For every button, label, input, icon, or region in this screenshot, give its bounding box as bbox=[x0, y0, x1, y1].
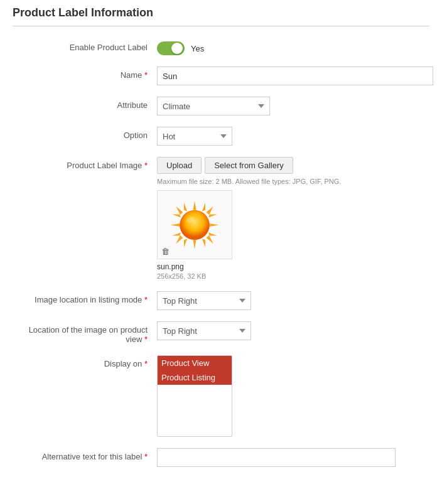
image-preview-box: 🗑 bbox=[157, 190, 232, 259]
display-on-control: Product View Product Listing bbox=[157, 355, 423, 437]
svg-marker-2 bbox=[171, 223, 180, 226]
image-buttons: Upload Select from Gallery bbox=[157, 157, 423, 174]
display-on-listbox[interactable]: Product View Product Listing bbox=[157, 355, 232, 437]
toggle-value-text: Yes bbox=[191, 44, 204, 53]
option-row: Option Hot bbox=[13, 127, 429, 146]
svg-marker-14 bbox=[184, 239, 187, 247]
toggle-wrap: Yes bbox=[157, 39, 423, 55]
name-input[interactable] bbox=[157, 67, 433, 85]
svg-marker-7 bbox=[207, 235, 213, 244]
svg-marker-0 bbox=[193, 201, 196, 210]
svg-point-16 bbox=[180, 210, 210, 240]
svg-marker-1 bbox=[193, 240, 196, 249]
svg-marker-15 bbox=[202, 239, 205, 247]
enable-label-control: Yes bbox=[157, 39, 423, 55]
image-location-product-row: Location of the image on product view To… bbox=[13, 321, 429, 344]
page-title: Product Label Information bbox=[13, 6, 429, 26]
image-location-product-control: Top Right Top Left Bottom Right Bottom L… bbox=[157, 321, 423, 340]
display-on-row: Display on Product View Product Listing bbox=[13, 355, 429, 437]
attribute-control: Climate bbox=[157, 97, 423, 115]
svg-marker-10 bbox=[172, 214, 181, 217]
name-label: Name bbox=[19, 67, 157, 80]
svg-marker-6 bbox=[176, 235, 183, 244]
alt-text-control bbox=[157, 448, 423, 467]
image-location-listing-select[interactable]: Top Right Top Left Bottom Right Bottom L… bbox=[157, 291, 251, 310]
toggle-thumb bbox=[171, 43, 183, 54]
image-location-listing-row: Image location in listing mode Top Right… bbox=[13, 291, 429, 310]
image-location-listing-control: Top Right Top Left Bottom Right Bottom L… bbox=[157, 291, 423, 310]
option-select[interactable]: Hot bbox=[157, 127, 232, 146]
alt-text-row: Alternative text for this label bbox=[13, 448, 429, 467]
enable-label-row: Enable Product Label Yes bbox=[13, 39, 429, 55]
product-label-image-control: Upload Select from Gallery Maximum file … bbox=[157, 157, 423, 280]
image-location-product-label: Location of the image on product view bbox=[19, 321, 157, 344]
svg-marker-3 bbox=[210, 223, 218, 226]
name-row: Name bbox=[13, 67, 429, 85]
display-on-label: Display on bbox=[19, 355, 157, 368]
image-location-product-select[interactable]: Top Right Top Left Bottom Right Bottom L… bbox=[157, 321, 251, 340]
image-filename: sun.png bbox=[157, 262, 423, 271]
image-location-listing-label: Image location in listing mode bbox=[19, 291, 157, 304]
option-control: Hot bbox=[157, 127, 423, 146]
svg-marker-8 bbox=[184, 202, 187, 211]
page-container: Product Label Information Enable Product… bbox=[0, 0, 442, 491]
product-label-image-label: Product Label Image bbox=[19, 157, 157, 170]
file-hint: Maximum file size: 2 MB. Allowed file ty… bbox=[157, 178, 423, 185]
delete-image-icon[interactable]: 🗑 bbox=[161, 247, 170, 256]
option-label: Option bbox=[19, 127, 157, 140]
svg-marker-9 bbox=[202, 202, 205, 211]
name-control bbox=[157, 67, 433, 85]
image-meta: 256x256, 32 KB bbox=[157, 272, 423, 280]
svg-marker-12 bbox=[208, 214, 217, 217]
attribute-select[interactable]: Climate bbox=[157, 97, 270, 115]
alt-text-input[interactable] bbox=[157, 448, 396, 467]
svg-marker-4 bbox=[176, 206, 183, 215]
svg-marker-13 bbox=[208, 232, 217, 235]
alt-text-label: Alternative text for this label bbox=[19, 448, 157, 461]
svg-marker-5 bbox=[207, 206, 213, 215]
attribute-row: Attribute Climate bbox=[13, 97, 429, 115]
sun-image bbox=[166, 198, 223, 252]
gallery-button[interactable]: Select from Gallery bbox=[205, 157, 293, 174]
enable-label-label: Enable Product Label bbox=[19, 39, 157, 52]
upload-button[interactable]: Upload bbox=[157, 157, 202, 174]
product-label-image-row: Product Label Image Upload Select from G… bbox=[13, 157, 429, 280]
svg-marker-11 bbox=[172, 232, 181, 235]
enable-label-toggle[interactable] bbox=[157, 41, 185, 55]
attribute-label: Attribute bbox=[19, 97, 157, 110]
toggle-track bbox=[157, 41, 185, 55]
